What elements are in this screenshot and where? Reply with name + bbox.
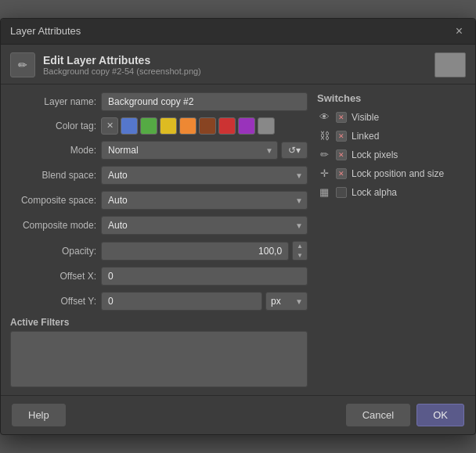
close-button[interactable]: ×: [453, 23, 466, 39]
opacity-controls: ▲ ▼: [101, 241, 308, 261]
switches-title: Switches: [317, 92, 466, 104]
blend-space-select-wrap: Auto ▼: [101, 166, 308, 185]
active-filters-box: [10, 331, 308, 387]
unit-select[interactable]: px % in: [265, 292, 308, 311]
linked-checkbox[interactable]: ✕: [336, 131, 347, 142]
composite-mode-select-wrap: Auto ▼: [101, 216, 308, 235]
mode-extra-button[interactable]: ↺▾: [281, 142, 308, 159]
mode-select-wrap: Normal Multiply Screen Overlay ▼: [101, 141, 278, 160]
linked-label: Linked: [352, 131, 379, 142]
active-filters-label: Active Filters: [10, 317, 308, 328]
color-swatch-purple[interactable]: [238, 117, 255, 135]
header-title: Edit Layer Attributes: [43, 54, 427, 67]
lock-alpha-label: Lock alpha: [352, 187, 397, 198]
switch-lock-alpha: ▦ Lock alpha: [317, 185, 466, 200]
opacity-input[interactable]: [101, 242, 289, 261]
composite-space-select-wrap: Auto ▼: [101, 191, 308, 210]
header-subtitle: Background copy #2-54 (screenshot.png): [43, 67, 427, 76]
lock-alpha-checkbox[interactable]: [336, 187, 347, 198]
offset-x-input[interactable]: [101, 267, 308, 286]
opacity-up-button[interactable]: ▲: [293, 242, 307, 251]
offset-x-controls: [101, 267, 308, 286]
color-tag-label: Color tag:: [10, 120, 96, 131]
layer-name-label: Layer name:: [10, 96, 96, 107]
lock-pixels-icon: ✏: [317, 148, 331, 162]
opacity-label: Opacity:: [10, 246, 96, 257]
visible-label: Visible: [352, 112, 379, 123]
header-area: ✏ Edit Layer Attributes Background copy …: [1, 45, 475, 84]
dialog-title: Layer Attributes: [10, 25, 81, 37]
mode-label: Mode:: [10, 145, 96, 156]
opacity-spinners: ▲ ▼: [292, 241, 308, 261]
color-swatch-yellow[interactable]: [160, 117, 177, 135]
visible-icon: 👁: [317, 110, 331, 124]
blend-space-label: Blend space:: [10, 170, 96, 181]
color-swatch-red[interactable]: [218, 117, 236, 135]
lock-alpha-icon: ▦: [317, 185, 331, 200]
lock-position-checkbox[interactable]: ✕: [336, 168, 347, 179]
mode-controls: Normal Multiply Screen Overlay ▼ ↺▾: [101, 141, 308, 160]
footer: Help Cancel OK: [1, 395, 475, 434]
composite-space-row: Composite space: Auto ▼: [10, 191, 308, 210]
layer-attributes-dialog: Layer Attributes × ✏ Edit Layer Attribut…: [0, 18, 476, 435]
help-button[interactable]: Help: [12, 404, 66, 426]
offset-y-input[interactable]: [101, 292, 262, 311]
offset-y-label: Offset Y:: [10, 296, 96, 307]
footer-right: Cancel OK: [346, 404, 464, 426]
color-swatch-brown[interactable]: [199, 117, 216, 135]
composite-space-select[interactable]: Auto: [101, 191, 308, 210]
composite-mode-label: Composite mode:: [10, 220, 96, 231]
mode-row: Mode: Normal Multiply Screen Overlay ▼ ↺…: [10, 141, 308, 160]
opacity-row: Opacity: ▲ ▼: [10, 241, 308, 261]
color-swatch-gray[interactable]: [258, 117, 275, 135]
switches-panel: Switches 👁 ✕ Visible ⛓ ✕ Linked ✏ ✕ Lock…: [317, 92, 466, 387]
color-swatch-blue[interactable]: [121, 117, 138, 135]
composite-mode-select[interactable]: Auto: [101, 216, 308, 235]
lock-position-icon: ✛: [317, 167, 331, 181]
title-bar: Layer Attributes ×: [1, 19, 475, 45]
switch-lock-position: ✛ ✕ Lock position and size: [317, 167, 466, 181]
offset-x-label: Offset X:: [10, 271, 96, 282]
header-text: Edit Layer Attributes Background copy #2…: [43, 54, 427, 76]
color-swatches: ✕: [101, 117, 308, 135]
layer-name-row: Layer name:: [10, 92, 308, 111]
blend-space-row: Blend space: Auto ▼: [10, 166, 308, 185]
color-tag-row: Color tag: ✕: [10, 117, 308, 135]
opacity-down-button[interactable]: ▼: [293, 251, 307, 261]
switch-visible: 👁 ✕ Visible: [317, 110, 466, 124]
unit-select-wrap: px % in ▼: [265, 292, 308, 311]
lock-pixels-label: Lock pixels: [352, 149, 398, 160]
switch-linked: ⛓ ✕ Linked: [317, 129, 466, 143]
left-panel: Layer name: Color tag: ✕: [10, 92, 308, 387]
visible-checkbox[interactable]: ✕: [336, 112, 347, 123]
color-swatch-orange[interactable]: [179, 117, 197, 135]
ok-button[interactable]: OK: [416, 404, 464, 426]
cancel-button[interactable]: Cancel: [346, 404, 410, 426]
offset-y-controls: px % in ▼: [101, 292, 308, 311]
mode-select[interactable]: Normal Multiply Screen Overlay: [101, 141, 278, 160]
layer-name-input[interactable]: [101, 92, 308, 111]
lock-position-label: Lock position and size: [352, 168, 444, 179]
color-swatch-green[interactable]: [140, 117, 157, 135]
offset-x-row: Offset X:: [10, 267, 308, 286]
composite-mode-row: Composite mode: Auto ▼: [10, 216, 308, 235]
composite-space-label: Composite space:: [10, 195, 96, 206]
blend-space-select[interactable]: Auto: [101, 166, 308, 185]
lock-pixels-checkbox[interactable]: ✕: [336, 149, 347, 160]
color-swatch-none[interactable]: ✕: [101, 117, 118, 135]
offset-y-row: Offset Y: px % in ▼: [10, 292, 308, 311]
switch-lock-pixels: ✏ ✕ Lock pixels: [317, 148, 466, 162]
linked-icon: ⛓: [317, 129, 331, 143]
layer-thumbnail: [435, 52, 466, 77]
edit-icon: ✏: [10, 52, 35, 77]
content-area: Layer name: Color tag: ✕: [1, 84, 475, 395]
